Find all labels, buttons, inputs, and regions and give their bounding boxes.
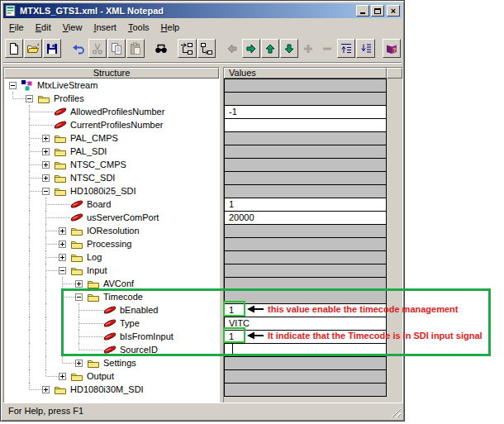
add-button[interactable] (299, 39, 317, 58)
minimize-button[interactable] (356, 5, 369, 17)
expand-toggle[interactable] (9, 82, 17, 89)
tree-row-timecode[interactable]: Timecode (4, 290, 219, 303)
tree-row-benabled[interactable]: bEnabled (4, 303, 219, 317)
new-button[interactable] (5, 39, 23, 58)
tree-guide (62, 317, 63, 330)
expand-toggle[interactable] (59, 241, 66, 248)
expand-toggle[interactable] (59, 267, 66, 274)
tree-row-hd1080i30m-sdi[interactable]: HD1080i30M_SDI (4, 383, 219, 396)
expand-toggle[interactable] (42, 135, 50, 142)
undo-button[interactable] (69, 39, 88, 58)
expand-toggle[interactable] (75, 280, 83, 288)
tree-guide (45, 290, 46, 303)
tree-row-usservercomport[interactable]: usServerComPort (4, 211, 219, 224)
expand-all-icon (340, 42, 353, 55)
collapse-all-button[interactable] (356, 39, 374, 58)
remove-button[interactable] (318, 39, 336, 58)
tree-row-ntsc-sdi[interactable]: NTSC_SDI (4, 171, 219, 184)
open-button[interactable] (24, 39, 42, 58)
value-row-bisfrominput[interactable]: 1 (225, 331, 386, 344)
menu-item-edit[interactable]: Edit (30, 21, 57, 34)
tree-item-label: MtxLiveStream (35, 79, 100, 91)
tree-row-type[interactable]: Type (4, 317, 219, 330)
find-button[interactable] (152, 39, 170, 58)
expand-toggle[interactable] (42, 148, 50, 155)
tree-item-label: bEnabled (117, 304, 161, 316)
expand-toggle[interactable] (59, 254, 66, 261)
expand-toggle[interactable] (59, 227, 66, 235)
values-column-header[interactable]: Values (224, 68, 387, 79)
add-icon (302, 42, 315, 55)
tree-row-pal-sdi[interactable]: PAL_SDI (4, 145, 219, 158)
value-row-ntsc-sdi (225, 172, 386, 185)
value-row-hd1080i30m-sdi (225, 384, 386, 396)
expand-all-button[interactable] (337, 39, 355, 58)
value-row-usservercomport[interactable]: 20000 (225, 212, 386, 225)
expand-toggle[interactable] (42, 386, 50, 393)
tree-row-mtxlivestream[interactable]: MtxLiveStream (4, 79, 219, 92)
tree-row-profiles[interactable]: Profiles (4, 92, 219, 105)
tree-item-label: PAL_CMPS (68, 132, 121, 144)
toolbar-separator (216, 39, 223, 58)
tree-row-hd1080i25-sdi[interactable]: HD1080i25_SDI (4, 184, 219, 198)
expand-toggle[interactable] (75, 360, 83, 367)
tree-row-log[interactable]: Log (4, 250, 219, 264)
menu-item-insert[interactable]: Insert (88, 21, 122, 34)
tree-row-settings[interactable]: Settings (4, 356, 219, 369)
tree-guide (62, 303, 63, 317)
expand-toggle[interactable] (42, 161, 50, 169)
help-button[interactable]: ? (383, 39, 401, 58)
maximize-button[interactable] (371, 5, 384, 17)
copy-button[interactable] (107, 39, 126, 58)
value-row-sourceid[interactable] (225, 344, 386, 357)
close-button[interactable]: × (387, 5, 400, 17)
value-row-allowedprofilesnumber[interactable]: -1 (225, 106, 386, 119)
tree-row-sourceid[interactable]: SourceID (4, 343, 219, 356)
tree-row-pal-cmps[interactable]: PAL_CMPS (4, 131, 219, 145)
tree-row-board[interactable]: Board (4, 198, 219, 211)
structure-column-header[interactable]: Structure (4, 68, 219, 79)
tree-row-bisfrominput[interactable]: bIsFromInput (4, 330, 219, 343)
expand-toggle[interactable] (26, 95, 33, 102)
folder-icon (54, 132, 67, 144)
app-window: MTXLS_GTS1.xml - XML Notepad × FileEditV… (0, 0, 405, 422)
resize-grip[interactable] (390, 407, 401, 417)
tree-row-currentprofilesnumber[interactable]: CurrentProfilesNumber (4, 118, 219, 131)
menu-item-tools[interactable]: Tools (122, 21, 155, 34)
save-button[interactable] (43, 39, 61, 58)
xml-tree: MtxLiveStreamProfilesAllowedProfilesNumb… (4, 79, 219, 403)
menu-item-file[interactable]: File (3, 21, 30, 34)
menu-item-view[interactable]: View (57, 21, 88, 34)
tree-row-avconf[interactable]: AVConf (4, 277, 219, 290)
tree-row-output[interactable]: Output (4, 369, 219, 383)
cut-button[interactable] (88, 39, 107, 58)
value-row-benabled[interactable]: 1 (225, 304, 386, 317)
insert-after-button[interactable] (178, 39, 196, 58)
menu-item-help[interactable]: Help (155, 21, 186, 34)
tree-row-input[interactable]: Input (4, 264, 219, 277)
value-row-currentprofilesnumber[interactable] (225, 119, 386, 132)
tree-row-ntsc-cmps[interactable]: NTSC_CMPS (4, 158, 219, 171)
nav-back-button[interactable] (223, 39, 241, 58)
expand-toggle[interactable] (59, 373, 66, 380)
expand-toggle[interactable] (42, 188, 50, 195)
value-row-type[interactable]: VITC (225, 317, 386, 331)
tree-guide (62, 330, 63, 343)
expand-toggle[interactable] (42, 174, 50, 182)
tree-row-processing[interactable]: Processing (4, 237, 219, 250)
value-row-board[interactable]: 1 (225, 198, 386, 212)
nav-forward-button[interactable] (242, 39, 260, 58)
tree-guide (45, 343, 46, 356)
tree-row-allowedprofilesnumber[interactable]: AllowedProfilesNumber (4, 105, 219, 118)
nav-up-button[interactable] (261, 39, 279, 58)
attribute-icon (103, 331, 116, 342)
folder-icon (70, 264, 83, 276)
expand-toggle[interactable] (75, 293, 83, 301)
tree-guide (45, 356, 46, 369)
tree-guide (29, 330, 30, 343)
tree-item-label: IOResolution (84, 225, 142, 236)
insert-child-button[interactable] (197, 39, 216, 58)
paste-button[interactable] (126, 39, 145, 58)
tree-row-ioresolution[interactable]: IOResolution (4, 224, 219, 237)
nav-down-button[interactable] (280, 39, 298, 58)
